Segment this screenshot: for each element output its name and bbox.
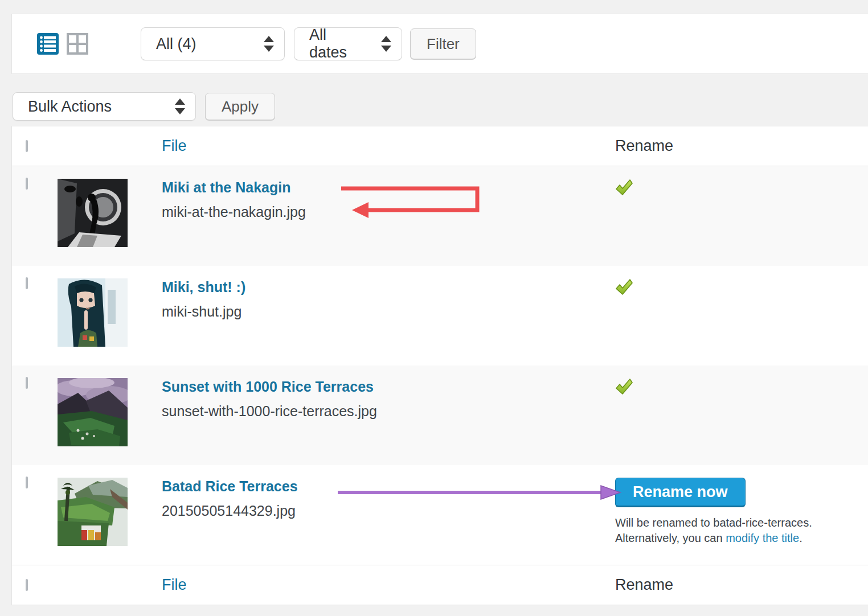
renamed-check-icon — [615, 278, 633, 295]
media-title-link[interactable]: Miki, shut! :) — [162, 278, 245, 295]
table-row: Batad Rice Terraces 20150505144329.jpg R… — [12, 465, 868, 565]
media-filename: 20150505144329.jpg — [162, 502, 615, 519]
list-view-icon[interactable] — [37, 33, 59, 55]
media-toolbar: All (4) All dates Filter — [11, 14, 868, 74]
row-checkbox[interactable] — [26, 477, 28, 488]
select-all-checkbox[interactable] — [26, 579, 28, 591]
date-filter-select[interactable]: All dates — [294, 27, 402, 60]
media-title-link[interactable]: Batad Rice Terraces — [162, 478, 298, 495]
media-filename: sunset-with-1000-rice-terraces.jpg — [162, 403, 615, 420]
view-switcher — [37, 33, 88, 55]
renamed-check-icon — [615, 378, 633, 395]
thumbnail-batad-rice-terraces[interactable] — [58, 478, 128, 546]
media-title-link[interactable]: Miki at the Nakagin — [162, 179, 290, 196]
thumbnail-sunset-rice-terraces[interactable] — [58, 378, 128, 446]
table-row: Miki, shut! :) miki-shut.jpg — [12, 266, 868, 366]
row-checkbox[interactable] — [26, 277, 28, 289]
media-filename: miki-shut.jpg — [162, 303, 615, 320]
table-header-row: File Rename — [12, 126, 868, 166]
row-checkbox[interactable] — [26, 377, 28, 389]
modify-title-link[interactable]: modify the title — [726, 532, 799, 544]
column-header-rename: Rename — [615, 137, 673, 154]
rename-note: Will be renamed to batad-rice-terraces. … — [615, 515, 868, 546]
thumbnail-miki-at-the-nakagin[interactable] — [58, 179, 128, 247]
media-filename: miki-at-the-nakagin.jpg — [162, 203, 615, 220]
apply-button[interactable]: Apply — [205, 93, 275, 120]
select-all-checkbox[interactable] — [26, 140, 28, 152]
bulk-actions-value: Bulk Actions — [28, 98, 112, 116]
media-list-table: File Rename Miki at the Nakagin miki-at-… — [11, 126, 868, 605]
table-row: Miki at the Nakagin miki-at-the-nakagin.… — [12, 166, 868, 266]
bulk-actions-bar: Bulk Actions Apply — [13, 92, 275, 121]
thumbnail-miki-shut[interactable] — [58, 278, 128, 347]
up-down-arrows-icon — [264, 35, 274, 52]
column-header-file[interactable]: File — [162, 137, 187, 154]
media-title-link[interactable]: Sunset with 1000 Rice Terraces — [162, 378, 374, 395]
filter-button[interactable]: Filter — [410, 28, 476, 59]
table-footer-row: File Rename — [12, 565, 868, 605]
attachment-filter-select[interactable]: All (4) — [141, 27, 285, 60]
bulk-actions-select[interactable]: Bulk Actions — [13, 92, 196, 121]
rename-now-button[interactable]: Rename now — [615, 478, 746, 507]
date-filter-value: All dates — [309, 26, 367, 61]
renamed-check-icon — [615, 179, 633, 196]
grid-view-icon[interactable] — [67, 33, 88, 55]
up-down-arrows-icon — [175, 98, 185, 115]
column-footer-rename: Rename — [615, 576, 673, 593]
column-footer-file[interactable]: File — [162, 576, 187, 593]
row-checkbox[interactable] — [26, 178, 28, 190]
up-down-arrows-icon — [381, 35, 391, 52]
table-row: Sunset with 1000 Rice Terraces sunset-wi… — [12, 366, 868, 465]
attachment-filter-value: All (4) — [156, 35, 196, 53]
